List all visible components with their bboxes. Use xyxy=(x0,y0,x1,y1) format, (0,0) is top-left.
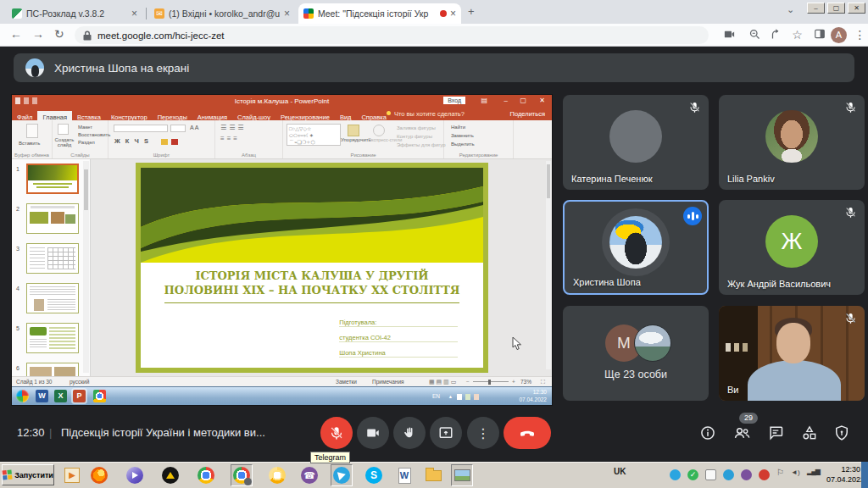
inner-powerpoint-icon-active[interactable]: P xyxy=(73,390,86,402)
taskbar-kmplayer-icon[interactable] xyxy=(124,464,146,486)
show-desktop-strip[interactable] xyxy=(861,462,868,488)
tab-mail[interactable]: ✉ (1) Вхідні • korolko_andr@ukr.ne × xyxy=(149,3,295,24)
canvas-scrollbar[interactable] xyxy=(546,161,551,369)
participant-tile-zhuk[interactable]: Ж Жук Андрій Васильович xyxy=(719,200,865,295)
participant-tile-katerina[interactable]: Катерина Печенюк xyxy=(563,95,709,190)
shape-outline-label[interactable]: Контур фигуры xyxy=(397,134,432,139)
pp-restore-button[interactable]: ▢ xyxy=(520,97,526,104)
taskbar-aimp-icon[interactable] xyxy=(159,464,181,486)
thumbs-scrollbar[interactable] xyxy=(83,161,89,373)
tray-eye-icon[interactable] xyxy=(723,469,734,480)
paste-label[interactable]: Вставить xyxy=(19,141,40,146)
reset-label[interactable]: Восстановить xyxy=(78,132,110,137)
layout-label[interactable]: Макет xyxy=(78,125,92,130)
browser-menu-icon[interactable]: ⋮ xyxy=(853,28,867,42)
zoom-slider[interactable] xyxy=(473,381,509,382)
select-label[interactable]: Выделить xyxy=(451,141,475,147)
font-grow-shrink-icons[interactable]: A A xyxy=(190,125,199,130)
section-label[interactable]: Раздел xyxy=(78,140,95,145)
list-icons[interactable]: ☰☰☰ xyxy=(220,124,247,131)
host-controls-icon[interactable] xyxy=(833,424,850,441)
people-panel-icon[interactable] xyxy=(732,424,749,441)
pp-tellme[interactable]: Что вы хотите сделать? xyxy=(394,110,465,118)
address-bar[interactable]: meet.google.com/hci-jecc-zet xyxy=(75,26,709,44)
pp-signin-button[interactable]: Вход xyxy=(443,97,465,104)
highlight-color-chip[interactable] xyxy=(161,139,168,145)
tab-meet-active[interactable]: Meet: "Підсекція історії Укр × xyxy=(298,3,461,24)
taskbar-folder-icon[interactable] xyxy=(422,464,444,486)
arrange-icon[interactable] xyxy=(348,125,359,136)
zoom-page-icon[interactable] xyxy=(748,28,762,42)
view-buttons[interactable]: ▦ ▤ ▥ ▭ xyxy=(429,379,456,385)
tray-viber-icon[interactable] xyxy=(741,469,752,480)
zoom-level[interactable]: 73% xyxy=(520,379,531,385)
font-style-buttons[interactable]: Ж К Ч S xyxy=(114,137,150,145)
window-close-button[interactable]: ✕ xyxy=(848,3,865,14)
taskbar-word-icon[interactable]: W xyxy=(393,464,415,486)
font-name-box[interactable] xyxy=(114,125,168,132)
window-minimize-button[interactable]: – xyxy=(807,3,825,14)
inner-chrome-icon[interactable] xyxy=(93,390,106,402)
new-slide-label[interactable]: Создать слайд xyxy=(54,137,75,147)
taskbar-chrome-canary-icon[interactable] xyxy=(266,464,288,486)
inner-excel-icon[interactable]: X xyxy=(54,390,67,402)
slide-thumbnail-3[interactable] xyxy=(26,243,79,274)
tab3-close-icon[interactable]: × xyxy=(450,8,456,19)
tab1-close-icon[interactable]: × xyxy=(131,8,137,19)
taskbar-skype-icon[interactable]: S xyxy=(363,464,385,486)
inner-start-orb-icon[interactable] xyxy=(16,390,29,402)
tab-search-chevron-icon[interactable]: ⌄ xyxy=(787,4,794,15)
back-icon[interactable]: ← xyxy=(10,27,22,41)
window-maximize-button[interactable]: ▢ xyxy=(827,3,845,14)
quick-styles-icon[interactable] xyxy=(373,125,385,136)
font-size-box[interactable] xyxy=(170,125,186,132)
side-panel-icon[interactable] xyxy=(812,28,826,42)
participant-tile-others[interactable]: M Ще 23 особи xyxy=(563,306,709,401)
bookmark-star-icon[interactable]: ☆ xyxy=(790,28,804,42)
taskbar-clock[interactable]: 12:30 07.04.2022 xyxy=(826,464,860,485)
zoom-slider-knob[interactable] xyxy=(488,380,491,385)
find-label[interactable]: Найти xyxy=(451,125,465,130)
slide-thumbnail-5[interactable] xyxy=(26,323,79,353)
taskbar-chrome2-icon-active[interactable] xyxy=(231,464,253,486)
tray-guard-icon[interactable] xyxy=(759,469,770,480)
taskbar-viber-icon[interactable]: ☎ xyxy=(298,464,320,486)
arrange-label[interactable]: Упорядочить xyxy=(341,137,371,142)
pp-ribbon-display-icon[interactable]: ▤ xyxy=(481,97,487,104)
reload-icon[interactable]: ↻ xyxy=(54,27,64,41)
tray-telegram-icon[interactable] xyxy=(670,469,681,480)
shape-fill-label[interactable]: Заливка фигуры xyxy=(397,125,436,130)
taskbar-telegram-icon-active[interactable] xyxy=(331,464,353,486)
end-call-button[interactable] xyxy=(504,417,551,449)
tray-antivirus-check-icon[interactable]: ✓ xyxy=(687,469,698,480)
language-indicator[interactable]: русский xyxy=(70,379,89,385)
pp-close-button[interactable]: ✕ xyxy=(539,97,545,104)
more-options-button[interactable]: ⋮ xyxy=(467,417,499,449)
slide-1[interactable]: ІСТОРІЯ МІСТА КАЛУША У ДРУГІЙ ПОЛОВИНІ X… xyxy=(136,163,488,373)
tray-volume-icon[interactable]: ◄) xyxy=(791,469,800,476)
replace-label[interactable]: Заменить xyxy=(451,133,474,138)
tab-ps-rozklad[interactable]: ПС-Розклад v.3.8.2 × xyxy=(7,3,142,24)
slide-thumbnail-1[interactable] xyxy=(26,164,79,194)
tray-flag-icon[interactable]: ⚐ xyxy=(776,468,784,477)
tray-network-icon[interactable]: ▂▄▆ xyxy=(807,468,820,475)
meeting-details-icon[interactable] xyxy=(699,424,716,441)
inner-word-icon[interactable]: W xyxy=(36,390,48,402)
participant-tile-khrystyna-active[interactable]: Христина Шопа xyxy=(563,200,709,295)
taskbar-mediaplayer-icon[interactable]: ▶ xyxy=(61,464,83,486)
taskbar-chrome-icon[interactable] xyxy=(195,464,217,486)
new-slide-icon[interactable] xyxy=(58,124,69,135)
activities-icon[interactable] xyxy=(801,424,818,441)
raise-hand-button[interactable] xyxy=(393,417,426,449)
slide-thumbnail-2[interactable] xyxy=(26,203,79,234)
pp-minimize-button[interactable]: – xyxy=(504,97,508,104)
align-icons[interactable]: ≡≡≡ xyxy=(220,135,240,142)
slide-thumbnail-4[interactable] xyxy=(26,283,79,313)
present-screen-button[interactable] xyxy=(430,417,462,449)
notes-toggle[interactable]: Заметки xyxy=(336,379,357,385)
zoom-in-icon[interactable]: + xyxy=(512,379,515,385)
new-tab-button[interactable]: + xyxy=(468,5,475,18)
comments-toggle[interactable]: Примечания xyxy=(372,379,404,385)
share-icon[interactable] xyxy=(770,28,784,42)
taskbar-firefox-icon[interactable] xyxy=(88,464,110,486)
